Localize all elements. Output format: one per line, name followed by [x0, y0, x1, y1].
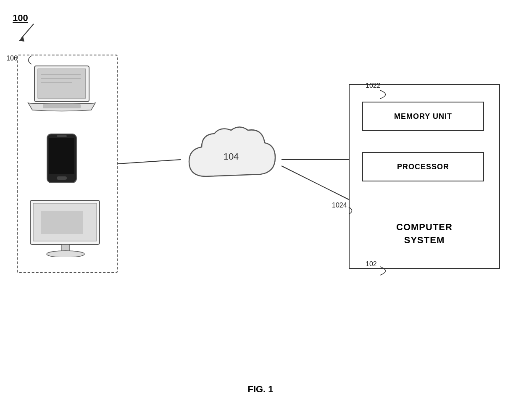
computer-system-inner-label: COMPUTER SYSTEM [350, 221, 499, 247]
svg-rect-10 [57, 176, 67, 180]
cloud-container: 104 [181, 122, 282, 197]
monitor-icon [26, 198, 106, 257]
ref-1022-brace [378, 88, 399, 101]
svg-text:104: 104 [224, 151, 239, 162]
computer-system-text-line1: COMPUTER [396, 222, 453, 232]
figure-label: FIG. 1 [247, 384, 273, 395]
ref-1024-brace [347, 206, 359, 216]
svg-line-17 [118, 160, 181, 164]
processor-box: PROCESSOR [362, 152, 484, 181]
svg-rect-11 [57, 135, 67, 137]
svg-point-16 [47, 251, 84, 257]
memory-unit-label: MEMORY UNIT [394, 112, 452, 121]
diagram-container: 100 106 [0, 0, 521, 420]
ref-102-brace [378, 265, 399, 277]
svg-rect-9 [49, 138, 74, 174]
arrow-100-icon [17, 22, 42, 43]
svg-rect-7 [43, 104, 81, 108]
phone-icon [45, 133, 79, 184]
ref-102-label: 102 [366, 260, 377, 268]
memory-unit-box: MEMORY UNIT [362, 102, 484, 131]
svg-line-0 [21, 24, 34, 39]
computer-system-box: MEMORY UNIT PROCESSOR COMPUTER SYSTEM [349, 84, 500, 269]
ref-106-label: 106 [6, 55, 18, 62]
computer-system-text-line2: SYSTEM [404, 235, 445, 245]
svg-line-19 [282, 166, 349, 200]
laptop-icon [26, 64, 106, 118]
ref-1024-label: 1024 [332, 202, 347, 209]
client-devices-box [17, 55, 118, 273]
svg-rect-3 [38, 69, 86, 98]
svg-rect-14 [41, 211, 83, 234]
processor-label: PROCESSOR [397, 163, 449, 171]
cloud-icon: 104 [181, 122, 282, 197]
